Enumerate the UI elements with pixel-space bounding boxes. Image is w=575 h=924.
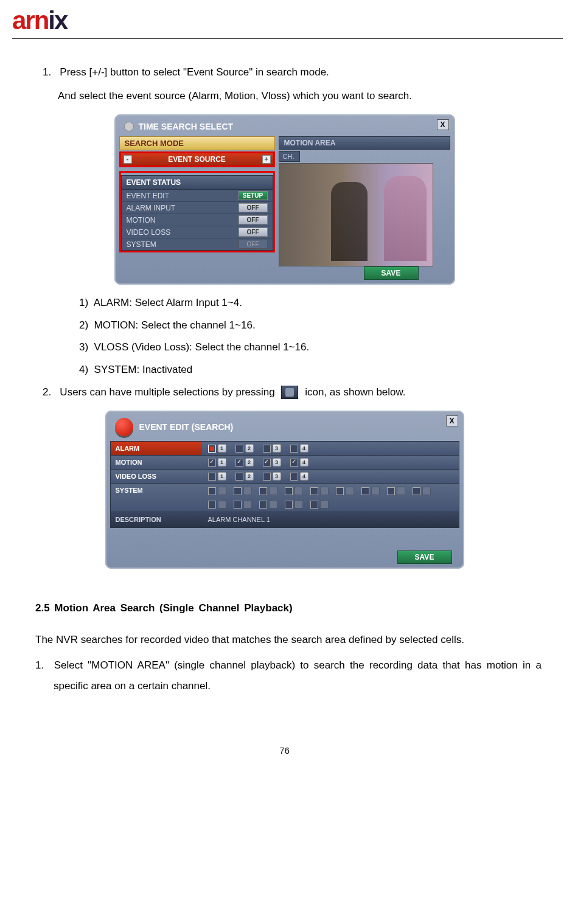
sys-icon bbox=[294, 487, 303, 495]
row-motion: MOTION OFF bbox=[122, 214, 273, 226]
motion-cb-2[interactable] bbox=[235, 459, 243, 467]
alarm-cb-2[interactable] bbox=[235, 445, 243, 453]
vloss-cb-1[interactable] bbox=[208, 473, 216, 481]
sys-cb-13[interactable] bbox=[285, 501, 293, 509]
sys-cb-1[interactable] bbox=[208, 487, 216, 495]
video-preview bbox=[279, 163, 433, 266]
logo-red: arn bbox=[12, 6, 48, 35]
sys-icon bbox=[320, 487, 329, 495]
alarm-cb-3[interactable] bbox=[263, 445, 271, 453]
close-button[interactable]: X bbox=[437, 119, 449, 130]
sub-2: 2) MOTION: Select the channel 1~16. bbox=[79, 316, 545, 335]
description-label: DESCRIPTION bbox=[111, 512, 202, 527]
motion-cb-4[interactable] bbox=[290, 459, 298, 467]
close-button-2[interactable]: X bbox=[446, 415, 458, 426]
section-2-5-heading: 2.5 Motion Area Search (Single Channel P… bbox=[35, 602, 545, 614]
label-motion: MOTION bbox=[127, 216, 156, 224]
sys-icon bbox=[346, 487, 354, 495]
preview-figure-1 bbox=[331, 182, 368, 261]
step-2-num: 2. bbox=[43, 386, 51, 398]
sys-cb-12[interactable] bbox=[259, 501, 267, 509]
system-row-label: SYSTEM bbox=[111, 484, 202, 512]
alarm-row-label: ALARM bbox=[111, 442, 202, 455]
highlight-event-source: - EVENT SOURCE + bbox=[119, 151, 275, 167]
highlight-event-status: EVENT STATUS EVENT EDIT SETUP ALARM INPU… bbox=[119, 171, 275, 252]
value-motion[interactable]: OFF bbox=[239, 215, 268, 224]
step-1: 1. Press [+/-] button to select "Event S… bbox=[43, 63, 545, 82]
sys-cb-8[interactable] bbox=[387, 487, 395, 495]
sub-4: 4) SYSTEM: Inactivated bbox=[79, 361, 545, 380]
panel-title: TIME SEARCH SELECT bbox=[119, 119, 450, 134]
step-2: 2. Users can have multiple selections by… bbox=[43, 383, 545, 402]
sys-cb-5[interactable] bbox=[310, 487, 318, 495]
ch-label: CH. bbox=[279, 151, 300, 162]
sys-icon bbox=[294, 500, 303, 509]
sys-icon bbox=[422, 487, 431, 495]
value-video-loss[interactable]: OFF bbox=[239, 228, 268, 237]
event-source-selector[interactable]: - EVENT SOURCE + bbox=[121, 153, 273, 165]
vloss-cb-3[interactable] bbox=[263, 473, 271, 481]
sub-3: 3) VLOSS (Video Loss): Select the channe… bbox=[79, 338, 545, 357]
step-2-before: Users can have multiple selections by pr… bbox=[60, 386, 274, 398]
event-edit-title: EVENT EDIT (SEARCH) bbox=[139, 422, 234, 432]
sys-cb-10[interactable] bbox=[208, 501, 216, 509]
alarm-cb-4[interactable] bbox=[290, 445, 298, 453]
sys-cb-6[interactable] bbox=[336, 487, 344, 495]
sys-icon bbox=[397, 487, 405, 495]
body-step-1-text: Select "MOTION AREA" (single channel pla… bbox=[54, 659, 542, 692]
sys-icon bbox=[320, 500, 329, 509]
sys-icon bbox=[243, 500, 252, 509]
minus-button[interactable]: - bbox=[124, 155, 132, 164]
sys-cb-2[interactable] bbox=[234, 487, 242, 495]
step-1-line1: Press [+/-] button to select "Event Sour… bbox=[60, 66, 329, 78]
logo-dark: ix bbox=[48, 6, 67, 35]
row-system: SYSTEM OFF bbox=[122, 238, 273, 250]
step-1-line2: And select the event source (Alarm, Moti… bbox=[58, 87, 545, 106]
sub-1: 1) ALARM: Select Alarm Input 1~4. bbox=[79, 294, 545, 313]
sys-cb-9[interactable] bbox=[413, 487, 420, 495]
vloss-row-label: VIDEO LOSS bbox=[111, 470, 202, 483]
search-mode-label: SEARCH MODE bbox=[119, 136, 275, 150]
sys-cb-4[interactable] bbox=[285, 487, 293, 495]
vloss-cb-4[interactable] bbox=[290, 473, 298, 481]
clock-icon bbox=[124, 122, 134, 131]
sys-icon bbox=[371, 487, 380, 495]
event-status-title: EVENT STATUS bbox=[122, 176, 273, 190]
value-alarm-input[interactable]: OFF bbox=[239, 203, 268, 212]
motion-row-label: MOTION bbox=[111, 456, 202, 469]
sys-icon bbox=[218, 487, 226, 495]
label-video-loss: VIDEO LOSS bbox=[127, 228, 171, 237]
row-video-loss: VIDEO LOSS OFF bbox=[122, 226, 273, 238]
save-button-2[interactable]: SAVE bbox=[397, 551, 452, 564]
plus-button[interactable]: + bbox=[262, 155, 271, 164]
save-button[interactable]: SAVE bbox=[364, 266, 419, 280]
sys-cb-14[interactable] bbox=[310, 501, 318, 509]
motion-area-label: MOTION AREA bbox=[279, 136, 450, 150]
motion-cb-1[interactable] bbox=[208, 459, 216, 467]
sys-cb-3[interactable] bbox=[259, 487, 267, 495]
value-event-edit[interactable]: SETUP bbox=[239, 191, 268, 200]
alarm-cb-1[interactable] bbox=[208, 445, 216, 453]
sys-icon bbox=[269, 500, 277, 509]
sys-cb-11[interactable] bbox=[234, 501, 242, 509]
sys-icon bbox=[218, 500, 226, 509]
step-2-after: icon, as shown below. bbox=[305, 386, 405, 398]
label-event-edit: EVENT EDIT bbox=[127, 192, 169, 200]
sys-cb-7[interactable] bbox=[361, 487, 369, 495]
vloss-cb-2[interactable] bbox=[235, 473, 243, 481]
body-paragraph: The NVR searches for recorded video that… bbox=[35, 630, 542, 650]
sys-icon bbox=[243, 487, 252, 495]
alarm-bell-icon bbox=[115, 418, 133, 436]
motion-cb-3[interactable] bbox=[263, 459, 271, 467]
panel-title-text: TIME SEARCH SELECT bbox=[139, 122, 234, 131]
screenshot-event-edit: X EVENT EDIT (SEARCH) ALARM 1 2 3 4 MOTI… bbox=[105, 411, 464, 569]
description-value: ALARM CHANNEL 1 bbox=[202, 512, 459, 527]
page-number: 76 bbox=[24, 745, 545, 768]
setup-icon bbox=[281, 386, 298, 399]
screenshot-time-search: X TIME SEARCH SELECT SEARCH MODE - EVENT… bbox=[114, 114, 455, 285]
event-source-label: EVENT SOURCE bbox=[168, 155, 226, 164]
step-1-num: 1. bbox=[43, 66, 51, 78]
sys-icon bbox=[269, 487, 277, 495]
row-event-edit: EVENT EDIT SETUP bbox=[122, 190, 273, 202]
body-step-1-num: 1. bbox=[35, 659, 44, 671]
